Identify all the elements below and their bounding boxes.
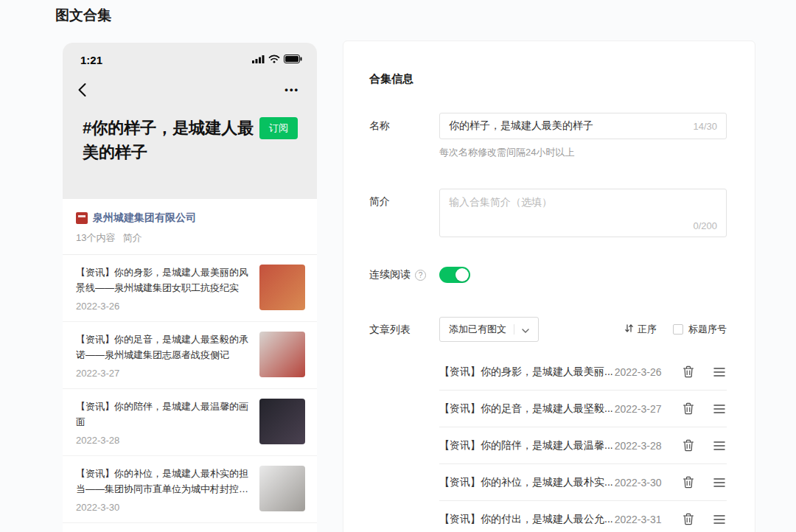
account-logo-icon (76, 212, 88, 224)
add-article-label: 添加已有图文 (449, 323, 506, 336)
row-date: 2022-3-28 (615, 440, 662, 452)
row-date: 2022-3-30 (615, 477, 662, 489)
back-icon[interactable] (77, 83, 86, 97)
wifi-icon (268, 53, 280, 66)
delete-button[interactable] (682, 365, 694, 378)
help-icon[interactable]: ? (415, 270, 426, 281)
account-name[interactable]: 泉州城建集团有限公司 (93, 211, 196, 225)
status-icons (252, 53, 302, 66)
row-title: 【资讯】你的身影，是城建人最美丽... (439, 365, 613, 379)
collection-header: #你的样子，是城建人最美的样子 订阅 (63, 97, 317, 164)
numbering-label: 标题序号 (688, 323, 727, 336)
article-list-row: 文章列表 添加已有图文 正序 标题序号 (369, 317, 727, 532)
article-title: 【资讯】你的补位，是城建人最朴实的担当——集团协同市直单位为城中村封控区居民..… (76, 466, 252, 497)
intro-char-counter: 0/200 (693, 220, 717, 231)
drag-handle-icon[interactable] (713, 477, 725, 488)
phone-header: 1:21 ••• #你的样子，是城建人最美的样子 订阅 (63, 43, 317, 199)
article-date: 2022-3-26 (76, 301, 252, 312)
button-divider (514, 324, 514, 335)
article-list-toolbar: 添加已有图文 正序 标题序号 (439, 317, 727, 342)
name-hint: 每次名称修改需间隔24小时以上 (439, 146, 727, 159)
list-item[interactable]: 【资讯】你的陪伴，是城建人最温馨的画面 2022-3-28 (63, 389, 317, 456)
article-thumbnail (259, 466, 305, 511)
delete-button[interactable] (682, 402, 694, 415)
list-item[interactable]: 【资讯】你的付出，是城建人最公允的标... (63, 523, 317, 532)
phone-preview: 1:21 ••• #你的样子，是城建人最美的样子 订阅 (63, 43, 317, 532)
article-title: 【资讯】你的陪伴，是城建人最温馨的画面 (76, 399, 252, 430)
table-row: 【资讯】你的足音，是城建人最坚毅... 2022-3-27 (439, 391, 727, 427)
delete-button[interactable] (682, 513, 694, 525)
row-date: 2022-3-27 (615, 403, 662, 415)
intro-input-wrap: 0/200 (439, 189, 727, 237)
row-title: 【资讯】你的陪伴，是城建人最温馨... (439, 439, 613, 452)
intro-row: 简介 0/200 (369, 189, 727, 237)
delete-button[interactable] (682, 439, 694, 452)
list-item[interactable]: 【资讯】你的身影，是城建人最美丽的风景线——泉州城建集团女职工抗疫纪实 2022… (63, 255, 317, 322)
collection-title: #你的样子，是城建人最美的样子 (83, 116, 268, 164)
row-title: 【资讯】你的补位，是城建人最朴实... (439, 476, 613, 489)
sort-order-label: 正序 (638, 323, 657, 336)
article-date: 2022-3-28 (76, 435, 252, 446)
article-date: 2022-3-27 (76, 368, 252, 379)
list-item[interactable]: 【资讯】你的补位，是城建人最朴实的担当——集团协同市直单位为城中村封控区居民..… (63, 456, 317, 523)
phone-nav-bar: ••• (63, 66, 317, 97)
article-title: 【资讯】你的身影，是城建人最美丽的风景线——泉州城建集团女职工抗疫纪实 (76, 265, 252, 295)
subscribe-button[interactable]: 订阅 (259, 117, 298, 139)
phone-content: 泉州城建集团有限公司 13个内容 简介 【资讯】你的身影，是城建人最美丽的风景线… (63, 199, 317, 532)
name-input[interactable] (449, 120, 685, 132)
row-title: 【资讯】你的付出，是城建人最公允... (439, 513, 613, 526)
drag-handle-icon[interactable] (713, 441, 725, 451)
article-thumbnail (259, 332, 305, 377)
status-time: 1:21 (80, 54, 102, 66)
page-title: 图文合集 (55, 6, 111, 25)
sort-icon (624, 323, 634, 335)
numbering-checkbox[interactable] (673, 324, 683, 335)
drag-handle-icon[interactable] (713, 404, 725, 414)
article-list-label: 文章列表 (369, 317, 439, 532)
article-date: 2022-3-30 (76, 502, 252, 513)
continuous-read-toggle[interactable] (439, 267, 470, 283)
row-title: 【资讯】你的足音，是城建人最坚毅... (439, 402, 613, 416)
article-thumbnail (259, 265, 305, 310)
table-row: 【资讯】你的付出，是城建人最公允... 2022-3-31 (439, 501, 727, 532)
table-row: 【资讯】你的补位，是城建人最朴实... 2022-3-30 (439, 464, 727, 501)
battery-icon (284, 53, 302, 66)
name-row: 名称 14/30 每次名称修改需间隔24小时以上 (369, 113, 727, 159)
more-icon[interactable]: ••• (284, 85, 299, 94)
chevron-down-icon (522, 324, 529, 335)
article-title: 【资讯】你的足音，是城建人最坚毅的承诺——泉州城建集团志愿者战疫侧记 (76, 332, 252, 363)
table-row: 【资讯】你的陪伴，是城建人最温馨... 2022-3-28 (439, 427, 727, 464)
section-title: 合集信息 (369, 72, 727, 86)
account-card: 泉州城建集团有限公司 13个内容 简介 (63, 199, 317, 255)
row-date: 2022-3-31 (615, 514, 662, 525)
article-thumbnail (259, 399, 305, 444)
status-bar: 1:21 (63, 43, 317, 66)
title-numbering-control[interactable]: 标题序号 (673, 323, 727, 336)
name-input-wrap: 14/30 (439, 113, 727, 139)
account-content-count: 13个内容 (76, 231, 115, 245)
signal-icon (252, 53, 265, 66)
list-item[interactable]: 【资讯】你的足音，是城建人最坚毅的承诺——泉州城建集团志愿者战疫侧记 2022-… (63, 322, 317, 389)
sort-order-control[interactable]: 正序 (624, 323, 657, 336)
continuous-read-row: 连续阅读 ? (369, 267, 727, 283)
collection-form-panel: 合集信息 名称 14/30 每次名称修改需间隔24小时以上 简介 0/200 连… (343, 41, 755, 532)
name-char-counter: 14/30 (693, 121, 717, 132)
drag-handle-icon[interactable] (713, 367, 725, 377)
article-table: 【资讯】你的身影，是城建人最美丽... 2022-3-26 【资讯】你的足音，是… (439, 354, 727, 532)
row-date: 2022-3-26 (615, 366, 662, 378)
add-article-button[interactable]: 添加已有图文 (439, 317, 539, 342)
intro-label: 简介 (369, 189, 439, 237)
phone-article-list: 【资讯】你的身影，是城建人最美丽的风景线——泉州城建集团女职工抗疫纪实 2022… (63, 255, 317, 532)
continuous-read-label: 连续阅读 (369, 268, 411, 281)
drag-handle-icon[interactable] (713, 514, 725, 525)
account-intro-link[interactable]: 简介 (122, 231, 142, 245)
delete-button[interactable] (682, 476, 694, 489)
table-row: 【资讯】你的身影，是城建人最美丽... 2022-3-26 (439, 354, 727, 391)
intro-textarea[interactable] (449, 196, 717, 220)
name-label: 名称 (369, 113, 439, 159)
